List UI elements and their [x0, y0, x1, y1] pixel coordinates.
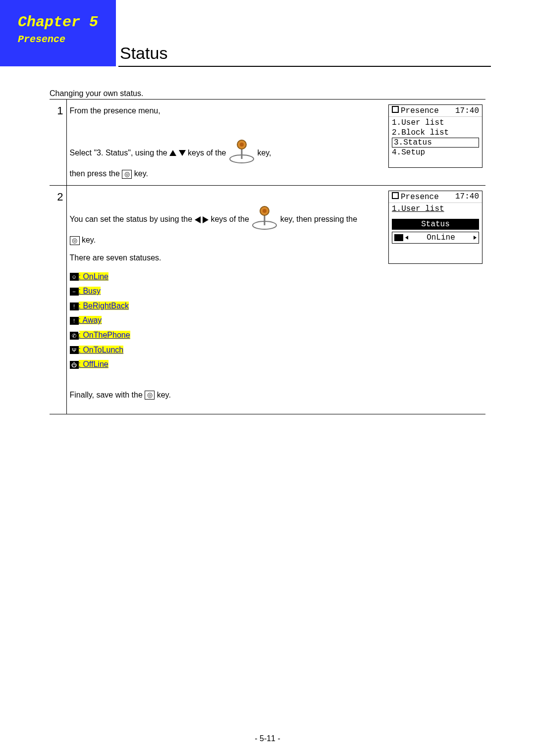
text: You can set the status by using the: [70, 215, 195, 223]
screen-title: Presence: [401, 193, 439, 202]
title-rule: [118, 66, 491, 67]
text: Finally, save with the: [70, 391, 145, 399]
joystick-icon: [228, 139, 255, 168]
status-value: OnLine: [427, 233, 455, 242]
breadcrumb: 1.User list: [392, 204, 479, 214]
step-body: You can set the status by using the keys…: [66, 185, 385, 414]
step2-final: Finally, save with the ◎ key.: [70, 389, 383, 402]
busy-icon: −: [70, 288, 79, 296]
screen-time: 17:40: [455, 192, 479, 201]
menu-item: 1.User list: [392, 118, 479, 128]
page-footer: - 5-11 -: [0, 734, 535, 743]
menu-item: 4.Setup: [392, 148, 479, 157]
status-phone: ✆: OnThePhone: [70, 329, 383, 342]
chapter-label: Chapter 5: [18, 14, 116, 31]
step1-line2: Select "3. Status", using the keys of th…: [70, 139, 383, 168]
right-arrow-icon: [203, 216, 209, 223]
status-label: : BeRightBack: [79, 302, 129, 310]
up-arrow-icon: [169, 150, 176, 156]
text: then press the: [70, 169, 122, 178]
intro-text: Changing your own status.: [50, 89, 485, 98]
page-title: Status: [120, 44, 167, 63]
mini-status-icon: [394, 234, 403, 241]
step1-line3: then press the ◎ key.: [70, 167, 383, 180]
lunch-icon: Ψ: [70, 346, 79, 354]
step-row: 1 From the presence menu, Select "3. Sta…: [50, 100, 485, 186]
status-lunch: Ψ: OnToLunch: [70, 344, 383, 356]
phone-screen-1: Presence 17:40 1.User list 2.Block list …: [388, 104, 482, 168]
brb-icon: !: [70, 302, 79, 310]
step-number: 1: [50, 100, 66, 186]
svg-point-3: [240, 143, 244, 147]
status-header: Status: [392, 219, 479, 230]
step-body: From the presence menu, Select "3. Statu…: [66, 100, 385, 186]
svg-point-7: [263, 209, 267, 213]
status-label: : OffLine: [79, 360, 108, 368]
square-icon: [392, 106, 399, 113]
square-icon: [392, 192, 399, 199]
step1-line1: From the presence menu,: [70, 104, 383, 117]
status-label: : Busy: [79, 287, 101, 295]
menu-item-selected: 3.Status: [392, 138, 479, 148]
status-label: : OnThePhone: [79, 331, 130, 339]
status-brb: !: BeRightBack: [70, 300, 383, 312]
status-value-row: OnLine: [392, 232, 479, 244]
chapter-subtitle: Presence: [18, 34, 116, 45]
enter-key-icon: ◎: [145, 391, 155, 400]
text: key.: [157, 391, 171, 399]
text: keys of the: [188, 149, 228, 157]
online-icon: ☺: [70, 273, 79, 281]
away-icon: !: [70, 317, 79, 325]
menu-item: 2.Block list: [392, 128, 479, 138]
text: Select "3. Status", using the: [70, 149, 170, 157]
enter-key-icon: ◎: [122, 170, 132, 179]
offline-icon: ⏻: [70, 361, 79, 369]
text: keys of the: [211, 215, 251, 223]
status-offline: ⏻: OffLine: [70, 358, 383, 371]
step-screenshot: Presence 17:40 1.User list 2.Block list …: [385, 100, 485, 186]
step-screenshot: Presence 17:40 1.User list Status OnLine: [385, 185, 485, 414]
text: key.: [134, 169, 148, 178]
content: Changing your own status. 1 From the pre…: [50, 89, 485, 414]
status-label: : OnToLunch: [79, 346, 124, 354]
status-online: ☺: OnLine: [70, 270, 383, 283]
left-arrow-icon: [195, 216, 201, 223]
screen-title: Presence: [401, 106, 439, 115]
down-arrow-icon: [179, 150, 186, 156]
text: key, then pressing the: [280, 215, 357, 223]
screen-time: 17:40: [455, 106, 479, 115]
status-busy: −: Busy: [70, 285, 383, 298]
step2-line1: You can set the status by using the keys…: [70, 205, 383, 234]
joystick-icon: [251, 205, 278, 234]
enter-key-icon: ◎: [70, 236, 80, 245]
phone-screen-2: Presence 17:40 1.User list Status OnLine: [388, 191, 482, 264]
status-label: : OnLine: [79, 272, 108, 281]
steps-table: 1 From the presence menu, Select "3. Sta…: [50, 99, 485, 414]
step-row: 2 You can set the status by using the ke…: [50, 185, 485, 414]
screen-menu: 1.User list 2.Block list 3.Status 4.Setu…: [389, 117, 482, 167]
screen-body: 1.User list: [389, 203, 482, 217]
right-arrow-small-icon: [474, 236, 477, 240]
step2-line3: There are seven statuses.: [70, 252, 383, 264]
step2-line2: ◎ key.: [70, 234, 383, 247]
status-label: : Away: [79, 316, 102, 324]
status-away: !: Away: [70, 314, 383, 327]
text: key,: [257, 149, 271, 157]
phone-icon: ✆: [70, 332, 79, 340]
text: key.: [82, 236, 96, 244]
chapter-header: Chapter 5 Presence: [0, 0, 116, 66]
left-arrow-small-icon: [405, 236, 408, 240]
step-number: 2: [50, 185, 66, 414]
